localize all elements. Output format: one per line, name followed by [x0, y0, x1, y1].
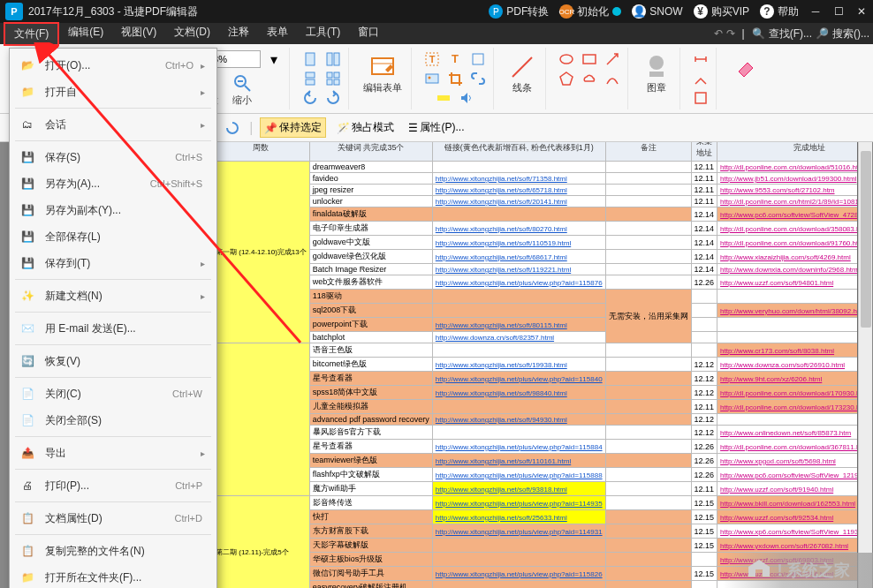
- exclusive-mode-button[interactable]: 🪄 独占模式: [333, 118, 398, 137]
- find-label[interactable]: 查找(F)...: [769, 26, 812, 41]
- rotate-icon[interactable]: [223, 118, 242, 138]
- shape-line2-icon[interactable]: [603, 69, 622, 88]
- doc-link[interactable]: http://www.xiazaizhijia.com/soft/4269.ht…: [720, 253, 851, 261]
- doc-link[interactable]: http://www.xitongzhijia.net/soft/94930.h…: [436, 416, 567, 424]
- measure-tool-3-icon[interactable]: [691, 88, 710, 108]
- menu-copy-name[interactable]: 📋复制完整的文件名(N): [10, 538, 216, 564]
- search-icon[interactable]: 🔎: [816, 27, 829, 40]
- doc-link[interactable]: http://dl.pconline.com.cn/download/91760…: [720, 239, 857, 247]
- doc-link[interactable]: http://www.xitongzhijia.net/plus/view.ph…: [436, 500, 603, 508]
- menu-email[interactable]: ✉️用 E-mail 发送(E)...: [10, 315, 216, 342]
- doc-link[interactable]: http://www.xitongzhijia.net/soft/119221.…: [436, 266, 571, 274]
- measure-tool-icon[interactable]: [691, 49, 710, 69]
- doc-link[interactable]: http://www.xitongzhijia.net/plus/view.ph…: [436, 471, 603, 479]
- doc-link[interactable]: http://dl.pconline.com.cn/download/51016…: [720, 163, 857, 171]
- doc-link[interactable]: http://www.9ht.com/xz/6206.html: [720, 375, 822, 383]
- layout-icon-3[interactable]: [300, 69, 320, 88]
- doc-link[interactable]: http://www.bkill.com/download/162553.htm…: [720, 500, 855, 508]
- menu-new-doc[interactable]: ✨新建文档(N)▸: [10, 283, 216, 309]
- doc-link[interactable]: http://www.xitongzhijia.net/plus/view.ph…: [436, 375, 603, 383]
- doc-link[interactable]: http://www.xitongzhijia.net/soft/80270.h…: [436, 225, 567, 233]
- doc-link[interactable]: http://www.xitongzhijia.net/plus/view.ph…: [436, 528, 603, 536]
- doc-link[interactable]: http://www.jb51.com/download/199300.html: [720, 175, 856, 183]
- doc-link[interactable]: http://www.uzzf.com/soft/94801.html: [720, 279, 833, 287]
- shape-arrow-icon[interactable]: [603, 49, 622, 69]
- doc-link[interactable]: http://www.xitongzhijia.net/soft/98840.h…: [436, 389, 567, 397]
- doc-link[interactable]: http://www.uzzf.com/soft/92534.html: [720, 514, 833, 522]
- user-button[interactable]: 👤 SNOW: [632, 4, 682, 19]
- menu-recover[interactable]: 🔄恢复(V): [10, 348, 216, 374]
- menu-print[interactable]: 🖨打印(P)...Ctrl+P: [10, 472, 216, 499]
- stamp-button[interactable]: 图章: [639, 49, 674, 98]
- undo-icon[interactable]: ↶: [714, 27, 723, 40]
- doc-link[interactable]: http://dl.pconline.com.cn/html2/1/89/id=…: [720, 198, 857, 206]
- menu-7[interactable]: 窗口: [349, 22, 388, 46]
- doc-link[interactable]: http://www.xitongzhijia.net/soft/93818.h…: [436, 486, 567, 494]
- doc-link[interactable]: http://www.xitongzhijia.net/plus/view.ph…: [436, 279, 603, 287]
- menu-1[interactable]: 编辑(E): [59, 22, 112, 46]
- eraser-button[interactable]: [727, 49, 763, 85]
- measure-tool-2-icon[interactable]: [691, 69, 710, 88]
- menu-doc-props[interactable]: 📋文档属性(D)Ctrl+D: [10, 505, 216, 531]
- text-tool-2-icon[interactable]: T: [445, 49, 465, 69]
- doc-link[interactable]: http://www.xitongzhijia.net/soft/110519.…: [436, 239, 571, 247]
- search-label[interactable]: 搜索()...: [832, 26, 869, 41]
- highlight-tool-icon[interactable]: [434, 88, 453, 108]
- doc-link[interactable]: http://www.xpgod.com/soft/5698.html: [720, 457, 836, 465]
- doc-link[interactable]: http://www.xp6.com/softview/SoftView_119…: [720, 528, 857, 536]
- keep-selected-button[interactable]: 📌 保持选定: [260, 117, 326, 138]
- doc-link[interactable]: http://www.xitongzhijia.net/soft/19938.h…: [436, 361, 567, 369]
- menu-open-from[interactable]: 📁打开自▸: [10, 79, 216, 105]
- zoom-out-button[interactable]: 缩小: [232, 72, 253, 107]
- doc-link[interactable]: http://www.xitongzhijia.net/plus/view.ph…: [436, 570, 603, 578]
- scrollbar-thumb[interactable]: [861, 151, 871, 328]
- doc-link[interactable]: http://www.9553.com/soft/27102.htm: [720, 186, 834, 194]
- line-button[interactable]: 线条: [505, 49, 540, 98]
- image-tool-icon[interactable]: [422, 69, 442, 88]
- doc-link[interactable]: http://www.veryhuo.com/down/html/38092.h…: [720, 307, 857, 315]
- link-tool-icon[interactable]: [468, 69, 488, 88]
- shape-poly-icon[interactable]: [557, 69, 576, 88]
- doc-link[interactable]: http://www.xitongzhijia.net/soft/68617.h…: [436, 253, 567, 261]
- doc-link[interactable]: http://www.onlinedown.net/soft/85873.htm: [720, 429, 851, 437]
- pdf-convert-button[interactable]: P PDF转换: [489, 4, 549, 19]
- vertical-scrollbar[interactable]: [858, 142, 872, 588]
- redo-icon[interactable]: ↷: [726, 27, 735, 40]
- rotate-right-icon[interactable]: [323, 88, 343, 108]
- doc-link[interactable]: http://www.xitongzhijia.net/soft/110161.…: [436, 457, 571, 465]
- menu-save-as[interactable]: 💾另存为(A)...Ctrl+Shift+S: [10, 170, 216, 197]
- layout-icon-2[interactable]: [323, 49, 343, 69]
- maximize-button[interactable]: ☐: [827, 0, 850, 23]
- menu-export[interactable]: 📤导出▸: [10, 440, 216, 466]
- doc-link[interactable]: http://www.xitongzhijia.net/soft/20141.h…: [436, 198, 567, 206]
- doc-link[interactable]: http://dl.pconline.com.cn/download/17093…: [720, 389, 857, 397]
- buy-vip-button[interactable]: ¥ 购买VIP: [694, 4, 749, 19]
- minimize-button[interactable]: ─: [804, 0, 827, 23]
- menu-save[interactable]: 💾保存(S)Ctrl+S: [10, 144, 216, 170]
- rotate-left-icon[interactable]: [300, 88, 320, 108]
- menu-session[interactable]: 🗂会话▸: [10, 111, 216, 138]
- menu-3[interactable]: 文档(D): [165, 22, 219, 46]
- find-icon[interactable]: 🔍: [752, 27, 765, 40]
- doc-link[interactable]: http://www.xitongzhijia.net/soft/25633.h…: [436, 514, 567, 522]
- menu-5[interactable]: 表单: [258, 22, 297, 46]
- doc-link[interactable]: http://www.yxdown.com/soft/267082.html: [720, 542, 848, 550]
- shape-rect-icon[interactable]: [580, 49, 599, 69]
- doc-link[interactable]: http://www.pc6.com/softview/SoftView_472…: [720, 211, 857, 219]
- doc-link[interactable]: http://www.cr173.com/soft/8038.html: [720, 347, 834, 355]
- doc-link[interactable]: http://www.xitongzhijia.net/soft/65718.h…: [436, 186, 567, 194]
- doc-link[interactable]: http://www.downxia.com/downinfo/2968.htm…: [720, 266, 857, 274]
- menu-close[interactable]: 📄关闭(C)Ctrl+W: [10, 381, 216, 407]
- menu-save-to[interactable]: 💾保存到(T)▸: [10, 250, 216, 276]
- doc-link[interactable]: http://dl.pconline.com.cn/download/36781…: [720, 443, 857, 451]
- doc-link[interactable]: http://www.uzzf.com/soft/91940.html: [720, 486, 833, 494]
- menu-4[interactable]: 注释: [219, 22, 258, 46]
- crop-tool-icon[interactable]: [445, 69, 465, 88]
- init-button[interactable]: OCR 初始化: [559, 4, 621, 19]
- zoom-dropdown-icon[interactable]: ▾: [264, 49, 284, 69]
- layout-icon-4[interactable]: [323, 69, 343, 88]
- menu-open-folders[interactable]: 📁打开所在文件夹(F)...: [10, 564, 216, 588]
- doc-link[interactable]: http://dl.pconline.com.cn/download/17323…: [720, 403, 857, 411]
- edit-form-button[interactable]: 编辑表单: [360, 49, 406, 98]
- text-tool-icon[interactable]: T: [422, 49, 442, 69]
